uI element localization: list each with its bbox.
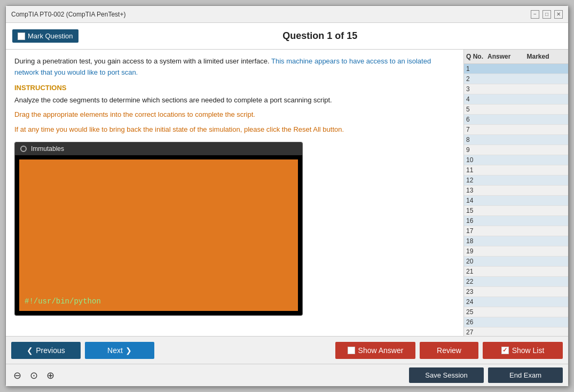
row-answer: [487, 308, 527, 316]
row-marked: [527, 278, 567, 285]
row-answer: [487, 106, 527, 113]
row-answer: [487, 156, 527, 164]
zoom-in-button[interactable]: ⊕: [44, 369, 57, 382]
sidebar-row[interactable]: 3: [464, 84, 568, 94]
sidebar-row[interactable]: 20: [464, 257, 568, 267]
row-marked: [527, 136, 567, 143]
sidebar-row[interactable]: 2: [464, 74, 568, 84]
row-num: 1: [466, 65, 487, 73]
question-title: Question 1 of 15: [78, 30, 562, 42]
sidebar-row[interactable]: 11: [464, 165, 568, 175]
row-num: 21: [466, 268, 487, 275]
row-answer: [487, 207, 527, 214]
row-marked: [527, 85, 567, 93]
close-button[interactable]: ✕: [554, 10, 563, 19]
row-marked: [527, 237, 567, 245]
row-marked: [527, 268, 567, 275]
sidebar-row[interactable]: 25: [464, 307, 568, 317]
sidebar-row[interactable]: 23: [464, 287, 568, 297]
sidebar-row[interactable]: 1: [464, 64, 568, 74]
row-answer: [487, 177, 527, 184]
terminal-code: #!/usr/bin/python: [25, 297, 101, 306]
row-answer: [487, 136, 527, 143]
row-answer: [487, 217, 527, 225]
sidebar-row[interactable]: 18: [464, 236, 568, 246]
review-label: Review: [437, 346, 461, 355]
maximize-button[interactable]: □: [542, 10, 551, 19]
row-num: 13: [466, 187, 487, 194]
sidebar-row[interactable]: 13: [464, 186, 568, 196]
save-session-button[interactable]: Save Session: [409, 367, 484, 383]
row-num: 6: [466, 116, 487, 123]
terminal-header: Immutables: [15, 142, 302, 155]
row-num: 2: [466, 75, 487, 83]
window-controls: − □ ✕: [531, 10, 563, 19]
row-marked: [527, 298, 567, 306]
sidebar-row[interactable]: 9: [464, 145, 568, 155]
sidebar-row[interactable]: 7: [464, 125, 568, 135]
row-answer: [487, 75, 527, 83]
row-num: 10: [466, 156, 487, 164]
row-answer: [487, 197, 527, 204]
sidebar-row[interactable]: 21: [464, 267, 568, 277]
sidebar-row[interactable]: 10: [464, 155, 568, 165]
show-list-button[interactable]: Show List: [483, 342, 563, 359]
row-marked: [527, 227, 567, 235]
show-answer-button[interactable]: Show Answer: [335, 342, 415, 359]
row-marked: [527, 177, 567, 184]
mark-question-button[interactable]: Mark Question: [12, 29, 78, 43]
sidebar-row[interactable]: 14: [464, 196, 568, 206]
zoom-out-button[interactable]: ⊖: [11, 369, 23, 382]
instructions-label: INSTRUCTIONS: [14, 84, 455, 92]
sidebar-col-qno: Q No.: [466, 53, 487, 60]
instruction-line-1: Analyze the code segments to determine w…: [14, 95, 455, 106]
sidebar-header: Q No. Answer Marked: [464, 50, 568, 64]
sidebar-col-answer: Answer: [487, 53, 527, 60]
sidebar-row[interactable]: 26: [464, 317, 568, 327]
header-bar: Mark Question Question 1 of 15: [6, 23, 568, 50]
sidebar-row[interactable]: 24: [464, 297, 568, 307]
question-text: During a penetration test, you gain acce…: [14, 56, 455, 78]
row-marked: [527, 166, 567, 174]
sidebar-row[interactable]: 27: [464, 327, 568, 336]
window-title: CompTIA PT0-002 (CompTIA PenTest+): [11, 11, 125, 18]
row-marked: [527, 247, 567, 255]
main-content: During a penetration test, you gain acce…: [6, 50, 464, 336]
row-num: 24: [466, 298, 487, 306]
row-num: 17: [466, 227, 487, 235]
next-button[interactable]: Next ❯: [85, 342, 154, 359]
row-answer: [487, 278, 527, 285]
sidebar-row[interactable]: 5: [464, 105, 568, 115]
minimize-button[interactable]: −: [531, 10, 539, 19]
row-marked: [527, 288, 567, 295]
row-num: 15: [466, 207, 487, 214]
end-exam-button[interactable]: End Exam: [488, 367, 563, 383]
sidebar-row[interactable]: 8: [464, 135, 568, 145]
row-num: 19: [466, 247, 487, 255]
row-num: 5: [466, 106, 487, 113]
zoom-reset-button[interactable]: ⊙: [28, 369, 40, 382]
previous-button[interactable]: ❮ Previous: [11, 342, 81, 359]
row-num: 18: [466, 237, 487, 245]
sidebar-row[interactable]: 12: [464, 175, 568, 186]
sidebar-row[interactable]: 16: [464, 216, 568, 226]
row-marked: [527, 126, 567, 133]
row-marked: [527, 156, 567, 164]
row-marked: [527, 116, 567, 123]
row-answer: [487, 329, 527, 336]
row-marked: [527, 217, 567, 225]
sidebar-row[interactable]: 22: [464, 277, 568, 287]
sidebar-list[interactable]: 1234567891011121314151617181920212223242…: [464, 64, 568, 336]
row-num: 23: [466, 288, 487, 295]
row-num: 11: [466, 166, 487, 174]
sidebar-row[interactable]: 19: [464, 246, 568, 257]
row-marked: [527, 258, 567, 265]
row-num: 14: [466, 197, 487, 204]
sidebar-row[interactable]: 6: [464, 115, 568, 125]
previous-label: Previous: [36, 346, 65, 355]
sidebar-row[interactable]: 17: [464, 226, 568, 236]
review-button[interactable]: Review: [420, 342, 478, 359]
question-text-part1: During a penetration test, you gain acce…: [14, 57, 270, 65]
sidebar-row[interactable]: 15: [464, 206, 568, 216]
sidebar-row[interactable]: 4: [464, 94, 568, 105]
